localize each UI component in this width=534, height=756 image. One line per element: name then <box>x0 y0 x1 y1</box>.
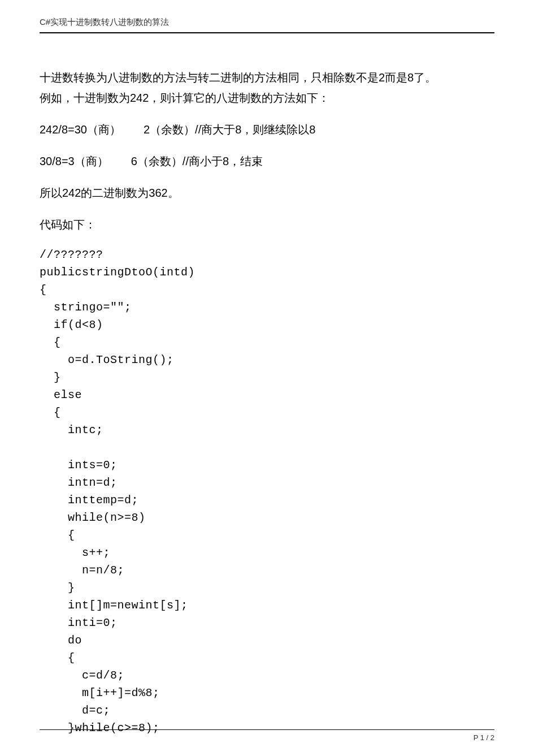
paragraph-step1: 242/8=30（商） 2（余数）//商大于8，则继续除以8 <box>40 119 494 140</box>
intro-line-1: 十进数转换为八进制数的方法与转二进制的方法相同，只相除数不是2而是8了。 <box>40 67 494 88</box>
page-number: P 1 / 2 <box>474 733 494 742</box>
paragraph-intro: 十进数转换为八进制数的方法与转二进制的方法相同，只相除数不是2而是8了。 例如，… <box>40 67 494 108</box>
document-page: C#实现十进制数转八进制数的算法 十进数转换为八进制数的方法与转二进制的方法相同… <box>0 0 534 756</box>
page-footer: P 1 / 2 <box>40 729 494 742</box>
intro-line-2: 例如，十进制数为242，则计算它的八进制数的方法如下： <box>40 88 494 108</box>
header-title: C#实现十进制数转八进制数的算法 <box>40 17 169 27</box>
page-header: C#实现十进制数转八进制数的算法 <box>40 17 494 33</box>
document-content: 十进数转换为八进制数的方法与转二进制的方法相同，只相除数不是2而是8了。 例如，… <box>40 67 494 737</box>
paragraph-code-label: 代码如下： <box>40 214 494 235</box>
code-block: //??????? publicstringDtoO(intd) { strin… <box>40 246 494 737</box>
paragraph-result: 所以242的二进制数为362。 <box>40 183 494 203</box>
paragraph-step2: 30/8=3（商） 6（余数）//商小于8，结束 <box>40 151 494 171</box>
